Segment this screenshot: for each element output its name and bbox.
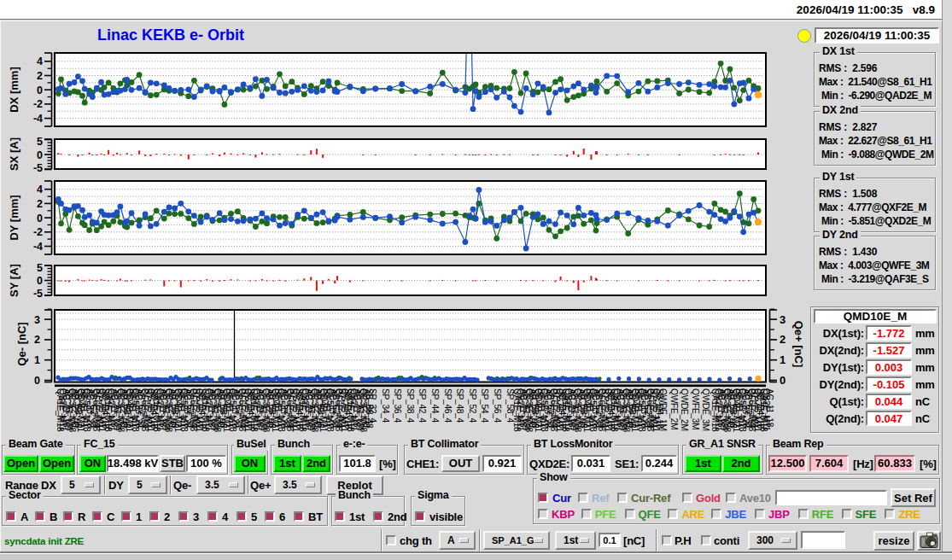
svg-text:2: 2 [34, 334, 40, 346]
svg-text:0: 0 [34, 375, 40, 387]
svg-text:1: 1 [34, 354, 40, 366]
svg-text:QWDE_2M: QWDE_2M [680, 388, 689, 431]
svg-text:DX [mm]: DX [mm] [8, 67, 20, 112]
svg-text:0: 0 [37, 275, 43, 287]
svg-text:QWDE_1M: QWDE_1M [658, 388, 668, 431]
svg-text:SP_32_4: SP_32_4 [368, 388, 377, 423]
svg-text:0: 0 [37, 85, 43, 96]
svg-text:1: 1 [780, 353, 786, 366]
svg-text:5: 5 [37, 136, 43, 148]
svg-text:2: 2 [37, 198, 43, 210]
svg-text:SP_46_4: SP_46_4 [443, 388, 453, 423]
svg-text:SX [A]: SX [A] [8, 137, 20, 171]
svg-text:0: 0 [37, 213, 43, 225]
svg-text:-4: -4 [33, 113, 43, 125]
svg-text:Qe+ [nC]: Qe+ [nC] [792, 321, 805, 368]
svg-text:3: 3 [780, 313, 786, 326]
svg-text:QWFE_3M: QWFE_3M [691, 388, 700, 429]
svg-text:SP_38_4: SP_38_4 [406, 388, 415, 423]
svg-text:-2: -2 [33, 98, 43, 110]
svg-text:SP_42_4: SP_42_4 [418, 388, 427, 423]
svg-text:SP_52_4: SP_52_4 [468, 388, 477, 423]
svg-text:4: 4 [37, 184, 43, 195]
svg-text:0: 0 [37, 149, 43, 161]
svg-text:SP_36_4: SP_36_4 [393, 388, 402, 423]
svg-text:-5: -5 [33, 162, 43, 174]
svg-text:0: 0 [780, 374, 786, 387]
svg-text:3: 3 [34, 314, 40, 326]
svg-text:AC_11_18: AC_11_18 [765, 388, 774, 428]
svg-text:SP_48_4: SP_48_4 [455, 388, 464, 423]
svg-text:DY [mm]: DY [mm] [8, 195, 20, 240]
svg-text:2: 2 [37, 70, 43, 82]
svg-text:-5: -5 [33, 288, 43, 300]
svg-text:SP_54_4: SP_54_4 [480, 388, 489, 423]
svg-text:QWFE_2M: QWFE_2M [669, 388, 679, 429]
svg-text:QWDE_3M: QWDE_3M [701, 388, 710, 431]
svg-text:SP_44_4: SP_44_4 [430, 388, 440, 423]
svg-text:5: 5 [37, 262, 43, 274]
svg-text:2: 2 [780, 333, 786, 346]
svg-text:-4: -4 [33, 241, 43, 253]
svg-text:SP_56_4: SP_56_4 [493, 388, 502, 423]
svg-text:-2: -2 [33, 226, 43, 238]
svg-text:SP_34_4: SP_34_4 [381, 388, 390, 423]
svg-text:Qe- [nC]: Qe- [nC] [15, 322, 28, 365]
svg-text:SY [A]: SY [A] [8, 264, 20, 297]
svg-text:4: 4 [37, 55, 43, 67]
